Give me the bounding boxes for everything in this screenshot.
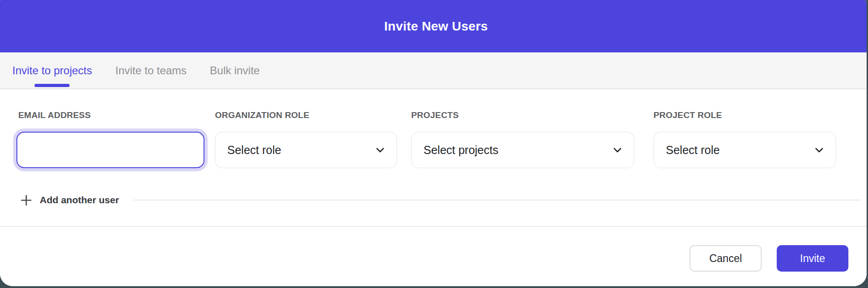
dialog-footer: Cancel Invite (0, 227, 867, 286)
tab-label: Invite to projects (12, 64, 92, 77)
dialog-title: Invite New Users (379, 19, 488, 34)
cancel-button[interactable]: Cancel (690, 245, 762, 272)
project-role-select[interactable]: Select role (654, 132, 836, 168)
dialog-tabbar: Invite to projects Invite to teams Bulk … (0, 52, 867, 89)
organization-role-select[interactable]: Select role (215, 132, 397, 168)
chevron-down-icon (612, 144, 623, 155)
tab-invite-to-projects[interactable]: Invite to projects (12, 52, 92, 88)
add-another-user-label: Add another user (40, 195, 119, 206)
invite-new-users-dialog: Invite New Users Invite to projects Invi… (0, 0, 867, 286)
row-divider (134, 200, 861, 201)
projects-field-group: PROJECTS Select projects (411, 110, 634, 168)
projects-select[interactable]: Select projects (411, 132, 634, 168)
email-address-input[interactable] (16, 132, 204, 168)
tab-bulk-invite[interactable]: Bulk invite (210, 52, 260, 88)
email-field-group: EMAIL ADDRESS (16, 110, 204, 168)
email-address-label: EMAIL ADDRESS (18, 110, 204, 120)
organization-role-label: ORGANIZATION ROLE (215, 110, 397, 120)
tab-label: Bulk invite (210, 64, 260, 77)
active-tab-indicator (35, 84, 70, 87)
chevron-down-icon (375, 144, 386, 155)
project-role-field-group: PROJECT ROLE Select role (654, 110, 836, 168)
organization-role-select-value: Select role (227, 144, 281, 157)
tab-invite-to-teams[interactable]: Invite to teams (115, 52, 187, 88)
add-user-row: Add another user (20, 193, 861, 207)
chevron-down-icon (814, 144, 825, 155)
project-role-select-value: Select role (666, 144, 720, 157)
project-role-label: PROJECT ROLE (654, 110, 836, 120)
dialog-header: Invite New Users (0, 0, 867, 52)
screen-backdrop: Invite New Users Invite to projects Invi… (0, 0, 868, 288)
projects-label: PROJECTS (411, 110, 634, 120)
projects-select-value: Select projects (424, 144, 498, 157)
invite-button[interactable]: Invite (777, 245, 848, 272)
tab-label: Invite to teams (115, 64, 187, 77)
plus-icon (20, 194, 32, 206)
add-another-user-button[interactable]: Add another user (20, 194, 119, 206)
organization-role-field-group: ORGANIZATION ROLE Select role (215, 110, 397, 168)
